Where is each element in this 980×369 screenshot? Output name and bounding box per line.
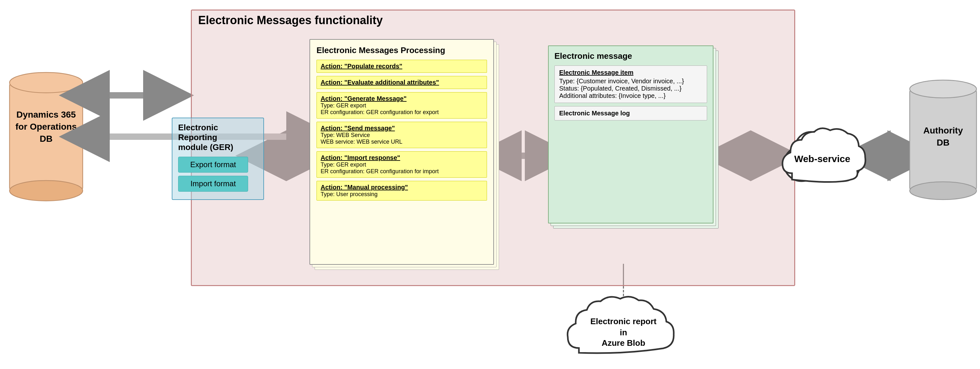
action-3-sub1: Type: GER export xyxy=(321,102,483,109)
action-2-label: Action: "Evaluate additional attributes" xyxy=(321,79,483,86)
svg-text:for Operations: for Operations xyxy=(16,122,77,131)
authority-db-cylinder: Authority DB xyxy=(910,80,977,200)
em-item-box: Electronic Message item Type: {Customer … xyxy=(554,65,707,103)
svg-text:Azure Blob: Azure Blob xyxy=(601,338,645,348)
em-item-title: Electronic Message item xyxy=(559,69,702,76)
web-service-cloud: Web-service xyxy=(773,114,872,203)
import-format-button[interactable]: Import format xyxy=(178,176,248,192)
em-log-box: Electronic Message log xyxy=(554,106,707,120)
svg-text:in: in xyxy=(620,328,627,337)
svg-text:Electronic report: Electronic report xyxy=(590,317,657,326)
export-format-button[interactable]: Export format xyxy=(178,157,248,173)
main-title: Electronic Messages functionality xyxy=(192,11,794,30)
action-4-label: Action: "Send message" xyxy=(321,125,483,132)
action-1-label: Action: "Populate records" xyxy=(321,63,483,70)
svg-text:Dynamics 365: Dynamics 365 xyxy=(16,110,76,119)
svg-text:DB: DB xyxy=(40,134,52,144)
action-item-2: Action: "Evaluate additional attributes" xyxy=(317,76,487,89)
em-outer: Electronic message Electronic Message it… xyxy=(548,46,713,223)
svg-text:Web-service: Web-service xyxy=(794,154,850,164)
er-module-title: Electronic Reportingmodule (GER) xyxy=(178,123,258,152)
em-item-status: Status: {Populated, Created, Dismissed, … xyxy=(559,85,702,92)
dynamics-db-cylinder: Dynamics 365 for Operations DB xyxy=(10,73,83,201)
paper-front: Electronic Messages Processing Action: "… xyxy=(310,39,494,265)
em-item-additional: Additional attributes: {Invoice type, ..… xyxy=(559,92,702,100)
svg-rect-14 xyxy=(910,89,977,191)
svg-point-15 xyxy=(910,80,977,98)
action-3-sub2: ER configuration: GER configuration for … xyxy=(321,109,483,116)
action-item-4: Action: "Send message" Type: WEB Service… xyxy=(317,122,487,148)
svg-point-2 xyxy=(10,181,83,201)
svg-rect-0 xyxy=(10,82,83,191)
action-5-sub2: ER configuration: GER configuration for … xyxy=(321,168,483,175)
svg-text:Authority: Authority xyxy=(923,125,963,135)
processing-title: Electronic Messages Processing xyxy=(317,46,487,55)
em-item-type: Type: {Customer invoice, Vendor invoice,… xyxy=(559,78,702,85)
action-5-label: Action: "Import response" xyxy=(321,154,483,162)
action-5-sub1: Type: GER export xyxy=(321,162,483,168)
er-module-box: Electronic Reportingmodule (GER) Export … xyxy=(172,117,264,200)
action-6-sub1: Type: User processing xyxy=(321,191,483,198)
action-3-label: Action: "Generate Message" xyxy=(321,95,483,102)
action-4-sub2: WEB service: WEB service URL xyxy=(321,139,483,145)
em-paper-front: Electronic message Electronic Message it… xyxy=(548,46,713,223)
action-6-label: Action: "Manual processing" xyxy=(321,184,483,191)
action-item-6: Action: "Manual processing" Type: User p… xyxy=(317,181,487,201)
svg-point-16 xyxy=(910,182,977,200)
azure-blob-cloud: Electronic report in Azure Blob xyxy=(560,286,687,369)
processing-outer: Electronic Messages Processing Action: "… xyxy=(310,39,494,265)
svg-text:DB: DB xyxy=(937,138,950,147)
action-item-5: Action: "Import response" Type: GER expo… xyxy=(317,151,487,178)
em-log-label: Electronic Message log xyxy=(559,110,702,117)
main-functionality-box: Electronic Messages functionality Electr… xyxy=(191,10,795,286)
svg-point-1 xyxy=(10,73,83,93)
action-item-1: Action: "Populate records" xyxy=(317,60,487,73)
em-title: Electronic message xyxy=(554,51,707,61)
diagram-container: Dynamics 365 for Operations DB xyxy=(0,0,980,369)
action-4-sub1: Type: WEB Service xyxy=(321,132,483,139)
action-item-3: Action: "Generate Message" Type: GER exp… xyxy=(317,92,487,119)
